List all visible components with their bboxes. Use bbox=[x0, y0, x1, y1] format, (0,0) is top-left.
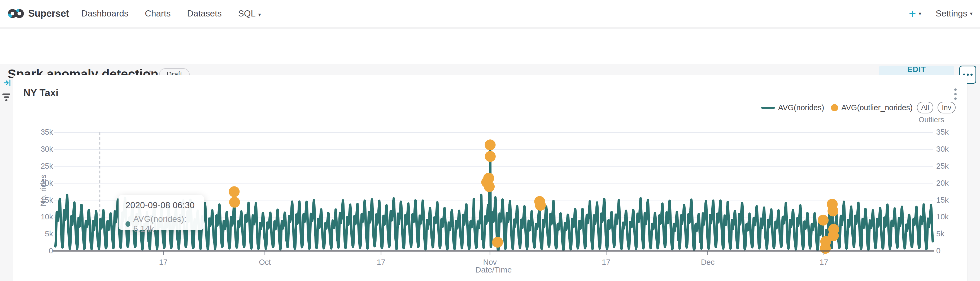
chart-tooltip: 2020-09-08 06:30 AVG(norides): 6.14k bbox=[119, 195, 204, 230]
superset-logo[interactable]: Superset bbox=[8, 7, 69, 20]
tooltip-value: AVG(norides): 6.14k bbox=[134, 214, 197, 234]
y-tick-label-left: 10k bbox=[21, 212, 53, 221]
y-tick-label-left: 15k bbox=[21, 196, 53, 204]
y-tick-label-left: 0 bbox=[21, 246, 53, 255]
outlier-point bbox=[229, 197, 240, 208]
new-item-button[interactable]: + ▾ bbox=[909, 8, 921, 20]
tooltip-date: 2020-09-08 06:30 bbox=[126, 200, 197, 210]
y-tick-label-right: 20k bbox=[936, 179, 968, 187]
dashboard-header: Spark anomaly detection ☆ Draft EDIT DAS… bbox=[0, 29, 980, 64]
y-tick-label-left: 20k bbox=[21, 179, 53, 187]
chevron-down-icon: ▾ bbox=[919, 10, 921, 17]
y-tick-label-left: 35k bbox=[21, 128, 53, 137]
top-navbar: Superset Dashboards Charts Datasets SQL▾… bbox=[0, 0, 980, 27]
y-axis-title: No. rides bbox=[39, 177, 48, 206]
x-tick-label: 17 bbox=[587, 258, 625, 267]
y-tick-label-right: 25k bbox=[936, 162, 968, 171]
nav-sql[interactable]: SQL▾ bbox=[238, 8, 261, 19]
y-tick-label-right: 30k bbox=[936, 145, 968, 153]
superset-infinity-icon bbox=[8, 7, 24, 20]
y-tick-label-right: 10k bbox=[936, 212, 968, 221]
series-color-dot bbox=[126, 221, 130, 227]
arrow-right-to-bar-icon bbox=[3, 79, 11, 87]
brand-name: Superset bbox=[28, 8, 69, 19]
y-tick-label-left: 30k bbox=[21, 145, 53, 153]
outlier-point bbox=[827, 206, 838, 216]
chevron-down-icon: ▾ bbox=[258, 12, 261, 18]
chart-plot-area[interactable] bbox=[13, 75, 967, 281]
outlier-point bbox=[484, 181, 495, 192]
x-axis-title: Date/Time bbox=[475, 265, 512, 275]
outlier-point bbox=[229, 186, 240, 197]
x-tick-label: 17 bbox=[363, 258, 400, 267]
y-tick-label-right: 15k bbox=[936, 196, 968, 204]
chevron-down-icon: ▾ bbox=[970, 10, 972, 17]
y-tick-label-left: 5k bbox=[21, 230, 53, 238]
outlier-point bbox=[535, 200, 546, 211]
y-tick-label-right: 35k bbox=[936, 128, 968, 137]
outlier-point bbox=[820, 243, 830, 254]
nav-charts[interactable]: Charts bbox=[145, 8, 170, 19]
x-tick-label: Dec bbox=[689, 258, 726, 267]
settings-menu[interactable]: Settings▾ bbox=[936, 8, 972, 19]
plus-icon: + bbox=[909, 8, 916, 20]
outlier-point bbox=[492, 237, 503, 247]
nav-datasets[interactable]: Datasets bbox=[187, 8, 222, 19]
outlier-point bbox=[485, 151, 496, 162]
y-tick-label-right: 0 bbox=[936, 246, 968, 255]
filter-icon[interactable] bbox=[2, 94, 11, 102]
x-tick-label: 17 bbox=[145, 258, 182, 267]
y-tick-label-left: 25k bbox=[21, 162, 53, 171]
expand-filter-bar-button[interactable] bbox=[3, 79, 11, 88]
y-tick-label-right: 5k bbox=[936, 230, 968, 238]
x-tick-label: Oct bbox=[247, 258, 283, 267]
outlier-point bbox=[818, 215, 829, 225]
nav-dashboards[interactable]: Dashboards bbox=[81, 8, 128, 19]
outlier-point bbox=[485, 139, 496, 150]
chart-card: NY Taxi AVG(norides) AVG(outlier_norides… bbox=[13, 75, 967, 281]
x-tick-label: 17 bbox=[805, 258, 842, 267]
